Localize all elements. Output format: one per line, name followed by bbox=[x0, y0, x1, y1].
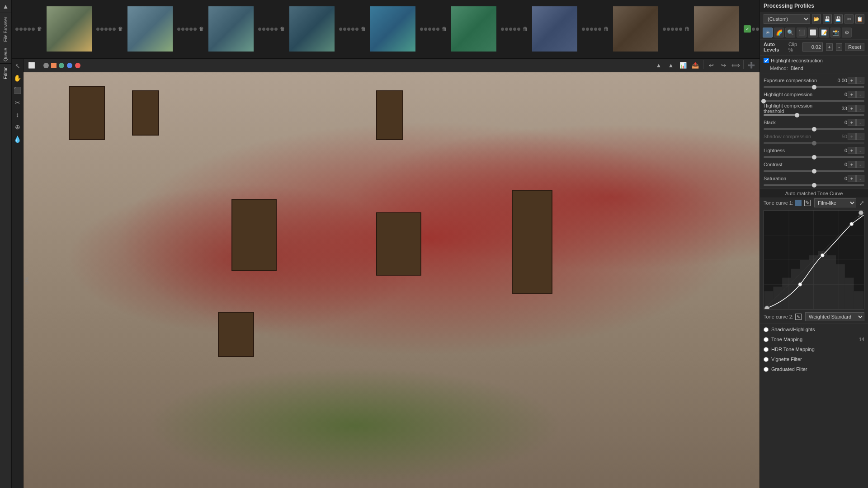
highlight-reconstruction-checkbox[interactable] bbox=[764, 58, 769, 63]
thumbnail-6[interactable] bbox=[451, 6, 496, 52]
shadow-slider[interactable] bbox=[764, 142, 864, 144]
section-tone-mapping[interactable]: Tone Mapping 14 bbox=[760, 334, 868, 344]
thumbnail-2[interactable] bbox=[127, 6, 173, 52]
lightness-slider[interactable] bbox=[764, 156, 864, 158]
tone-curve-expand-icon[interactable]: ⤢ bbox=[858, 212, 862, 219]
redo-icon[interactable]: ↪ bbox=[718, 60, 729, 71]
black-up-btn[interactable]: + bbox=[848, 119, 856, 126]
thumbnail-8[interactable] bbox=[613, 6, 658, 52]
transform-tool-icon[interactable]: ↕ bbox=[12, 109, 23, 120]
graduated-filter-radio[interactable] bbox=[764, 367, 769, 372]
exposure-up-btn[interactable]: + bbox=[848, 77, 856, 84]
filmstrip-delete-icon-7[interactable]: 🗑 bbox=[521, 25, 529, 33]
zoom-fit-icon[interactable]: ⬜ bbox=[26, 60, 37, 71]
filmstrip-delete-icon-9[interactable]: 🗑 bbox=[683, 25, 691, 33]
tool-metadata-btn[interactable]: 📝 bbox=[819, 28, 829, 38]
add-image-icon[interactable]: ➕ bbox=[746, 60, 757, 71]
compare-icon[interactable]: ⟺ bbox=[730, 60, 741, 71]
spot-removal-icon[interactable]: ⊕ bbox=[12, 122, 23, 132]
tone-curve-canvas[interactable]: ⤢ bbox=[764, 210, 864, 310]
thumbnail-3[interactable] bbox=[208, 6, 254, 52]
lightness-up-btn[interactable]: + bbox=[848, 147, 856, 154]
sidebar-nav-up[interactable]: ▲ bbox=[0, 1, 11, 12]
threshold-slider[interactable] bbox=[764, 114, 864, 116]
clip-up-btn[interactable]: + bbox=[826, 43, 833, 51]
warn-icon[interactable]: ▲ bbox=[653, 60, 664, 71]
canvas-area[interactable]: 0% 📂 💾 ⚙ Ready B133HAN02...XYZLUT+MTX ▼ … bbox=[24, 72, 760, 488]
contrast-down-btn[interactable]: - bbox=[856, 161, 864, 168]
exposure-slider[interactable] bbox=[764, 86, 864, 88]
filmstrip-delete-icon-4[interactable]: 🗑 bbox=[278, 25, 287, 33]
filmstrip-delete-icon-8[interactable]: 🗑 bbox=[602, 25, 610, 33]
curve1-edit-icon[interactable]: ✎ bbox=[804, 200, 811, 206]
black-down-btn[interactable]: - bbox=[856, 119, 864, 126]
profile-select[interactable]: (Custom) bbox=[764, 14, 810, 24]
undo-icon[interactable]: ↩ bbox=[706, 60, 717, 71]
saturation-down-btn[interactable]: - bbox=[856, 175, 864, 182]
filmstrip-delete-icon-6[interactable]: 🗑 bbox=[440, 25, 448, 33]
black-slider[interactable] bbox=[764, 128, 864, 130]
section-graduated-filter[interactable]: Graduated Filter bbox=[760, 364, 868, 374]
curve1-expand-icon[interactable]: ⤢ bbox=[859, 199, 864, 206]
thumbnail-1[interactable] bbox=[47, 6, 92, 52]
lightness-down-btn[interactable]: - bbox=[856, 147, 864, 154]
color-picker-icon[interactable]: 💧 bbox=[12, 134, 23, 145]
tool-raw-btn[interactable]: 📸 bbox=[830, 28, 840, 38]
threshold-up-btn[interactable]: + bbox=[848, 105, 856, 112]
profile-save-as-btn[interactable]: 💾 bbox=[834, 14, 843, 23]
contrast-slider[interactable] bbox=[764, 170, 864, 172]
tool-extra-btn[interactable]: ⚙ bbox=[842, 28, 852, 38]
shadow-down-btn[interactable]: - bbox=[856, 133, 864, 140]
tool-local-btn[interactable]: ⬜ bbox=[808, 28, 818, 38]
thumbnail-5[interactable] bbox=[370, 6, 415, 52]
shadow-up-btn[interactable]: + bbox=[848, 133, 856, 140]
crop-tool-icon[interactable]: ⬛ bbox=[12, 85, 23, 96]
tool-composition-btn[interactable]: ⬛ bbox=[797, 28, 807, 38]
section-hdr-tone-mapping[interactable]: HDR Tone Mapping bbox=[760, 344, 868, 354]
export-icon[interactable]: 📤 bbox=[690, 60, 701, 71]
clip-value-input[interactable] bbox=[802, 42, 823, 52]
curve2-edit-icon[interactable]: ✎ bbox=[795, 314, 802, 320]
sidebar-item-file-browser[interactable]: File Browser bbox=[2, 15, 9, 44]
histogram-icon[interactable]: 📊 bbox=[678, 60, 689, 71]
highlight-compression-up-btn[interactable]: + bbox=[848, 91, 856, 98]
tool-detail-btn[interactable]: 🔍 bbox=[785, 28, 795, 38]
profile-save-btn[interactable]: 💾 bbox=[823, 14, 832, 23]
sidebar-item-editor[interactable]: Editor bbox=[2, 66, 9, 81]
exposure-down-btn[interactable]: - bbox=[856, 77, 864, 84]
filmstrip-delete-icon-2[interactable]: 🗑 bbox=[117, 25, 125, 33]
tone-mapping-radio[interactable] bbox=[764, 337, 769, 342]
section-vignette-filter[interactable]: Vignette Filter bbox=[760, 354, 868, 364]
tool-exposure-btn[interactable]: ☀ bbox=[763, 28, 773, 38]
profile-open-btn[interactable]: 📂 bbox=[812, 14, 821, 23]
thumbnail-4[interactable] bbox=[289, 6, 335, 52]
threshold-down-btn[interactable]: - bbox=[856, 105, 864, 112]
shadows-highlights-radio[interactable] bbox=[764, 327, 769, 332]
thumbnail-9[interactable] bbox=[694, 6, 739, 52]
section-shadows-highlights[interactable]: Shadows/Highlights bbox=[760, 324, 868, 334]
filmstrip-delete-icon-3[interactable]: 🗑 bbox=[198, 25, 206, 33]
select-tool-icon[interactable]: ↖ bbox=[12, 61, 23, 71]
hdr-tone-mapping-radio[interactable] bbox=[764, 347, 769, 352]
profile-copy-btn[interactable]: 📋 bbox=[855, 14, 864, 23]
filmstrip-delete-icon-5[interactable]: 🗑 bbox=[359, 25, 368, 33]
highlight-compression-down-btn[interactable]: - bbox=[856, 91, 864, 98]
reset-btn[interactable]: Reset bbox=[845, 43, 864, 51]
vignette-filter-radio[interactable] bbox=[764, 357, 769, 362]
profile-delete-btn[interactable]: ✂ bbox=[844, 14, 854, 23]
tone-curve-2-select[interactable]: Weighted Standard bbox=[805, 312, 864, 321]
clip-down-btn[interactable]: - bbox=[836, 43, 843, 51]
filmstrip-group-2: 🗑 bbox=[94, 6, 174, 52]
tone-curve-1-select[interactable]: Film-like bbox=[814, 198, 856, 207]
thumbnail-7[interactable] bbox=[532, 6, 577, 52]
sidebar-item-queue[interactable]: Queue bbox=[2, 46, 9, 63]
straighten-tool-icon[interactable]: ✂ bbox=[12, 97, 23, 108]
contrast-up-btn[interactable]: + bbox=[848, 161, 856, 168]
highlight-compression-slider[interactable] bbox=[764, 100, 864, 102]
saturation-slider[interactable] bbox=[764, 184, 864, 186]
filmstrip-delete-icon[interactable]: 🗑 bbox=[36, 25, 44, 33]
tool-color-btn[interactable]: 🌈 bbox=[774, 28, 784, 38]
warn2-icon[interactable]: ▲ bbox=[665, 60, 676, 71]
saturation-up-btn[interactable]: + bbox=[848, 175, 856, 182]
pan-tool-icon[interactable]: ✋ bbox=[12, 73, 23, 84]
